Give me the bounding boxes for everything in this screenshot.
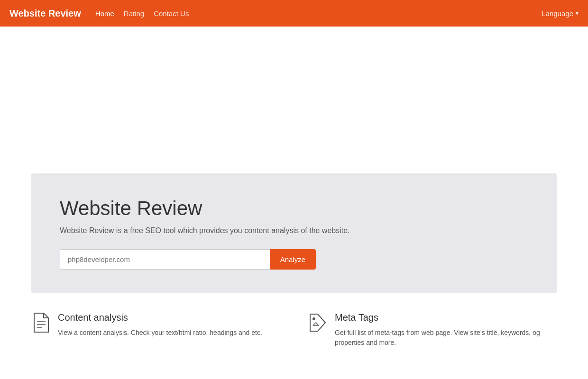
nav-link-rating[interactable]: Rating bbox=[124, 9, 144, 18]
svg-point-3 bbox=[312, 317, 315, 320]
hero-subtitle: Website Review is a free SEO tool which … bbox=[60, 226, 528, 235]
ad-space bbox=[0, 27, 588, 173]
feature-content-desc: View a content analysis. Check your text… bbox=[58, 328, 262, 338]
tag-icon bbox=[308, 312, 327, 333]
language-button[interactable]: Language bbox=[542, 9, 579, 18]
analyze-button[interactable]: Analyze bbox=[270, 249, 316, 270]
navbar-right: Language bbox=[542, 9, 579, 18]
feature-meta-text: Meta Tags Get full list of meta-tags fro… bbox=[335, 312, 557, 348]
nav-links: Home Rating Contact Us bbox=[95, 9, 189, 18]
nav-brand[interactable]: Website Review bbox=[9, 8, 81, 19]
hero-section: Website Review Website Review is a free … bbox=[31, 173, 557, 293]
feature-content-analysis: Content analysis View a content analysis… bbox=[31, 312, 280, 348]
nav-link-contact[interactable]: Contact Us bbox=[154, 9, 189, 18]
url-input[interactable] bbox=[60, 249, 270, 270]
feature-content-title: Content analysis bbox=[58, 312, 262, 323]
feature-meta-title: Meta Tags bbox=[335, 312, 557, 323]
feature-meta-desc: Get full list of meta-tags from web page… bbox=[335, 328, 557, 348]
navbar: Website Review Home Rating Contact Us La… bbox=[0, 0, 588, 27]
feature-content-text: Content analysis View a content analysis… bbox=[58, 312, 262, 338]
features-section: Content analysis View a content analysis… bbox=[0, 293, 588, 357]
search-bar: Analyze bbox=[60, 249, 316, 270]
hero-title: Website Review bbox=[60, 197, 528, 220]
nav-link-home[interactable]: Home bbox=[95, 9, 114, 18]
feature-meta-tags: Meta Tags Get full list of meta-tags fro… bbox=[308, 312, 557, 348]
document-icon bbox=[31, 312, 50, 333]
navbar-left: Website Review Home Rating Contact Us bbox=[9, 8, 189, 19]
